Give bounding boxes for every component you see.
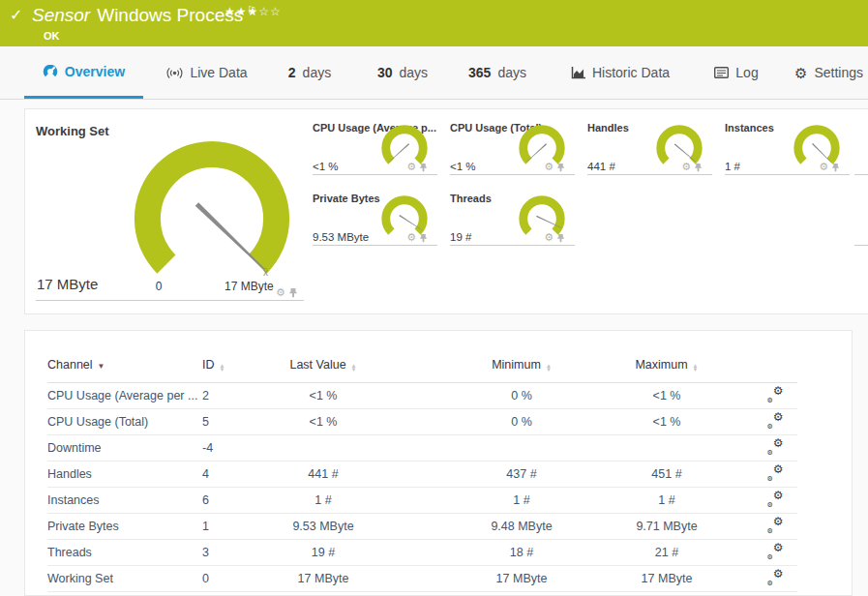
channel-settings-icon[interactable]: ⚙ ⚙ <box>767 466 784 480</box>
tab-log[interactable]: Log <box>703 46 769 99</box>
channel-actions-cell: ⚙ ⚙ <box>739 488 797 514</box>
priority-stars[interactable]: ★★★☆☆ <box>224 5 282 18</box>
channel-name[interactable]: CPU Usage (Average per ... <box>47 383 202 409</box>
divider <box>313 174 437 175</box>
gauge-value: <1 % <box>450 161 476 172</box>
sensor-name: Windows Process <box>97 5 243 25</box>
channel-name[interactable]: Handles <box>47 462 202 488</box>
channel-minimum: 17 MByte <box>449 566 594 592</box>
tab-historic-data[interactable]: Historic Data <box>565 46 675 99</box>
tab-365-days[interactable]: 365days <box>455 46 540 99</box>
pin-icon[interactable] <box>419 233 428 243</box>
divider <box>725 174 850 175</box>
table-row[interactable]: Private Bytes 1 9.53 MByte 9.48 MByte 9.… <box>47 514 797 540</box>
gauge-cell[interactable]: Instances 1 # ⚙ <box>716 109 853 180</box>
channel-actions-cell: ⚙ ⚙ <box>739 383 797 409</box>
channel-id: 6 <box>202 488 255 514</box>
tab-2-days-number: 2 <box>288 65 296 80</box>
column-header-minimum[interactable]: Minimum▲▼ <box>449 348 594 383</box>
pin-icon[interactable] <box>694 163 703 172</box>
gauges-panel: Working Set 0 17 MByte 17 MByte x̄ ⚙ CPU… <box>24 108 868 314</box>
gauge-working-set[interactable]: Working Set 0 17 MByte 17 MByte x̄ ⚙ <box>25 109 304 315</box>
table-row[interactable]: Instances 6 1 # 1 # 1 # ⚙ ⚙ <box>47 488 797 514</box>
tab-30-days-number: 30 <box>377 65 393 80</box>
channel-id: 1 <box>202 514 255 540</box>
gauge-cell[interactable]: CPU Usage (Average p... <1 % ⚙ <box>304 109 441 180</box>
channel-last-value: <1 % <box>255 383 391 409</box>
spacer-cell <box>391 540 449 566</box>
channel-gear-icon[interactable]: ⚙ <box>276 287 285 298</box>
channel-id: -4 <box>202 435 255 462</box>
channel-gear-icon[interactable]: ⚙ <box>681 162 691 172</box>
divider <box>450 245 575 246</box>
channel-minimum: 9.48 MByte <box>449 514 594 540</box>
tab-365-days-number: 365 <box>468 65 491 80</box>
pin-icon[interactable] <box>288 287 298 298</box>
column-spacer <box>391 348 449 383</box>
channel-settings-icon[interactable]: ⚙ ⚙ <box>767 440 784 454</box>
sort-icon: ▲▼ <box>546 364 552 372</box>
channel-gear-icon[interactable]: ⚙ <box>544 162 554 172</box>
stars-empty: ☆☆ <box>258 5 282 18</box>
divider <box>854 174 868 175</box>
divider <box>450 174 575 175</box>
channel-settings-icon[interactable]: ⚙ ⚙ <box>767 519 784 532</box>
channel-settings-icon[interactable]: ⚙ ⚙ <box>767 571 784 584</box>
column-header-maximum[interactable]: Maximum▲▼ <box>594 348 739 383</box>
channel-id: 5 <box>202 409 255 435</box>
gauge-value: 17 MByte <box>37 276 98 292</box>
channel-maximum: 9.71 MByte <box>594 514 739 540</box>
channel-settings-icon[interactable]: ⚙ ⚙ <box>767 492 784 506</box>
channel-settings-icon[interactable]: ⚙ ⚙ <box>767 388 784 402</box>
spacer-cell <box>391 435 449 462</box>
column-header-id[interactable]: ID▲▼ <box>202 348 255 383</box>
channel-name[interactable]: Instances <box>47 488 202 514</box>
tab-2-days[interactable]: 2days <box>274 46 345 99</box>
channel-name[interactable]: Private Bytes <box>47 514 202 540</box>
table-row[interactable]: Working Set 0 17 MByte 17 MByte 17 MByte… <box>47 566 797 592</box>
channel-gear-icon[interactable]: ⚙ <box>819 162 828 172</box>
column-header-last-value[interactable]: Last Value▲▼ <box>255 348 391 383</box>
gauge-value: 441 # <box>587 161 615 172</box>
pin-icon[interactable] <box>556 163 565 172</box>
channel-name[interactable]: CPU Usage (Total) <box>47 409 202 435</box>
table-header-row: Channel▼ ID▲▼ Last Value▲▼ Minimum▲▼ Max… <box>47 348 797 383</box>
pin-icon[interactable] <box>831 163 840 172</box>
channel-settings-icon[interactable]: ⚙ ⚙ <box>767 545 784 558</box>
channel-id: 2 <box>202 383 255 409</box>
channel-name[interactable]: Threads <box>47 540 202 566</box>
pin-icon[interactable] <box>556 233 565 243</box>
tab-live-data-label: Live Data <box>190 65 247 80</box>
channel-gear-icon[interactable]: ⚙ <box>544 232 554 243</box>
tab-live-data[interactable]: Live Data <box>153 46 261 99</box>
channel-settings-icon[interactable]: ⚙ ⚙ <box>767 414 784 428</box>
sort-icon: ▲▼ <box>693 364 699 372</box>
spacer-cell <box>391 514 449 540</box>
tab-overview[interactable]: Overview <box>24 46 143 99</box>
channel-name[interactable]: Working Set <box>47 566 202 592</box>
table-row[interactable]: Handles 4 441 # 437 # 451 # ⚙ ⚙ <box>47 462 797 488</box>
table-row[interactable]: CPU Usage (Total) 5 <1 % 0 % <1 % ⚙ ⚙ <box>47 409 797 435</box>
channel-maximum: 17 MByte <box>594 566 739 592</box>
pin-icon[interactable] <box>419 163 428 172</box>
column-header-channel[interactable]: Channel▼ <box>47 348 202 383</box>
gear-icon: ⚙ <box>794 66 807 80</box>
table-row[interactable]: CPU Usage (Average per ... 2 <1 % 0 % <1… <box>47 383 797 409</box>
log-icon <box>714 67 729 78</box>
tab-settings-label: Settings <box>814 65 863 80</box>
sort-desc-icon: ▼ <box>98 362 105 371</box>
channel-gear-icon[interactable]: ⚙ <box>406 232 416 243</box>
gauge-cell[interactable]: CPU Usage (Total) <1 % ⚙ <box>441 109 579 180</box>
table-row[interactable]: Threads 3 19 # 18 # 21 # ⚙ ⚙ <box>47 540 797 566</box>
gauge-cell[interactable]: Private Bytes 9.53 MByte ⚙ <box>304 180 441 251</box>
channel-actions-cell: ⚙ ⚙ <box>739 566 797 592</box>
tab-30-days[interactable]: 30days <box>364 46 441 99</box>
tab-historic-data-label: Historic Data <box>592 65 670 80</box>
channel-name[interactable]: Downtime <box>47 435 202 462</box>
tab-settings[interactable]: ⚙ Settings <box>790 46 868 99</box>
gauge-cell[interactable]: Threads 19 # ⚙ <box>441 180 579 251</box>
gauge-value: 1 # <box>725 161 740 172</box>
table-row[interactable]: Downtime -4 ⚙ ⚙ <box>47 435 797 462</box>
channel-gear-icon[interactable]: ⚙ <box>406 162 416 172</box>
gauge-cell[interactable]: Handles 441 # ⚙ <box>579 109 716 180</box>
